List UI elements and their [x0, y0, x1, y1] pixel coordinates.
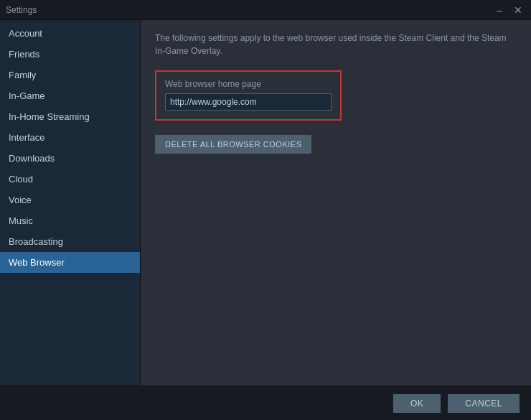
footer: OK CANCEL	[0, 386, 531, 420]
minimize-button[interactable]: –	[494, 4, 505, 17]
sidebar-item-friends[interactable]: Friends	[0, 44, 140, 65]
sidebar-item-broadcasting[interactable]: Broadcasting	[0, 231, 140, 252]
content-area: The following settings apply to the web …	[141, 20, 531, 386]
window-controls: – ✕	[494, 4, 525, 17]
sidebar-item-interface[interactable]: Interface	[0, 127, 140, 148]
home-page-label: Web browser home page	[165, 79, 332, 89]
title-bar: Settings – ✕	[0, 0, 531, 20]
window-title: Settings	[6, 5, 37, 15]
sidebar-item-account[interactable]: Account	[0, 23, 140, 44]
delete-cookies-button[interactable]: DELETE ALL BROWSER COOKIES	[155, 135, 311, 154]
sidebar: Account Friends Family In-Game In-Home S…	[0, 20, 141, 386]
sidebar-item-music[interactable]: Music	[0, 210, 140, 231]
sidebar-item-cloud[interactable]: Cloud	[0, 169, 140, 190]
main-layout: Account Friends Family In-Game In-Home S…	[0, 20, 531, 386]
ok-button[interactable]: OK	[393, 394, 441, 413]
sidebar-item-in-game[interactable]: In-Game	[0, 85, 140, 106]
home-page-section: Web browser home page	[155, 70, 342, 121]
description-text: The following settings apply to the web …	[155, 32, 517, 57]
sidebar-item-in-home-streaming[interactable]: In-Home Streaming	[0, 106, 140, 127]
home-page-input[interactable]	[165, 93, 332, 111]
sidebar-item-family[interactable]: Family	[0, 65, 140, 85]
sidebar-item-voice[interactable]: Voice	[0, 190, 140, 210]
sidebar-item-downloads[interactable]: Downloads	[0, 148, 140, 169]
close-button[interactable]: ✕	[511, 4, 525, 17]
cancel-button[interactable]: CANCEL	[448, 394, 520, 413]
sidebar-item-web-browser[interactable]: Web Browser	[0, 252, 140, 273]
